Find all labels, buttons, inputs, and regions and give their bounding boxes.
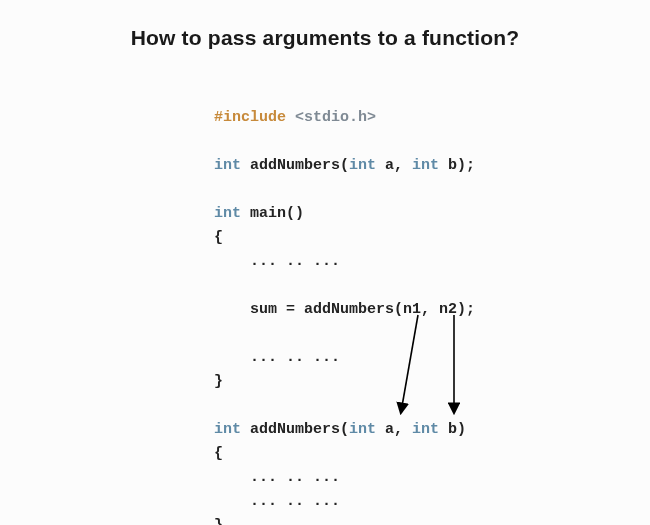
- code-text: ... .. ...: [214, 493, 340, 510]
- code-text: a,: [376, 421, 412, 438]
- code-text: b);: [439, 157, 475, 174]
- code-text: ... .. ...: [214, 253, 340, 270]
- code-text: ... .. ...: [214, 469, 340, 486]
- page-title: How to pass arguments to a function?: [0, 26, 650, 50]
- code-text: }: [214, 517, 223, 525]
- code-kw: int: [412, 421, 439, 438]
- code-text: }: [214, 373, 223, 390]
- code-text: ... .. ...: [214, 349, 340, 366]
- code-kw: int: [214, 157, 241, 174]
- code-kw: int: [349, 157, 376, 174]
- code-preproc: #include: [214, 109, 286, 126]
- code-text: sum = addNumbers(n1, n2);: [214, 301, 475, 318]
- code-text: addNumbers(: [241, 421, 349, 438]
- code-text: main(): [241, 205, 304, 222]
- code-header: <stdio.h>: [295, 109, 376, 126]
- code-kw: int: [214, 205, 241, 222]
- code-text: {: [214, 229, 223, 246]
- code-text: b): [439, 421, 466, 438]
- code-kw: int: [214, 421, 241, 438]
- code-block: #include <stdio.h> int addNumbers(int a,…: [214, 106, 475, 525]
- code-text: {: [214, 445, 223, 462]
- code-text: addNumbers(: [241, 157, 349, 174]
- code-kw: int: [412, 157, 439, 174]
- code-kw: int: [349, 421, 376, 438]
- code-text: a,: [376, 157, 412, 174]
